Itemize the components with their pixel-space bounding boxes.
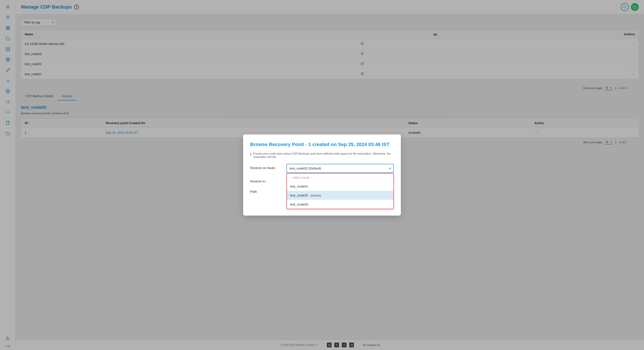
restore-node-label: Restore on Node : [250, 164, 283, 170]
restore-node-row: Restore on Node : test_node02 (Default) … [250, 164, 394, 173]
dropdown-placeholder[interactable]: -- Select Node -- [287, 174, 394, 182]
node01-label: test_node01 [290, 185, 308, 188]
browse-recovery-modal: Browse Recovery Point - 1 created on Sep… [243, 134, 401, 216]
node-dropdown-list: -- Select Node -- test_node01 test_node0… [286, 173, 394, 209]
modal-notice: ℹ Ensure your node have active CDP Backu… [250, 152, 394, 158]
restore-node-select[interactable]: test_node02 (Default) test_node01 test_n… [286, 164, 394, 173]
node02-tag: (Default) [310, 194, 321, 197]
dropdown-item-node03[interactable]: test_node03 [287, 200, 394, 209]
notice-icon: ℹ [250, 152, 252, 156]
path-label: Path [250, 188, 283, 194]
node02-label: test_node02 [290, 194, 308, 197]
restore-node-control: test_node02 (Default) test_node01 test_n… [286, 164, 394, 173]
dropdown-item-node01[interactable]: test_node01 [287, 182, 394, 191]
modal-overlay: Browse Recovery Point - 1 created on Sep… [0, 0, 644, 350]
notice-text: Ensure your node have active CDP Backups… [253, 152, 394, 158]
node03-label: test_node03 [290, 202, 308, 206]
restore-to-label: Restore to : [250, 177, 283, 183]
modal-title: Browse Recovery Point - 1 created on Sep… [250, 141, 394, 148]
dropdown-item-node02[interactable]: test_node02 (Default) [287, 191, 394, 200]
